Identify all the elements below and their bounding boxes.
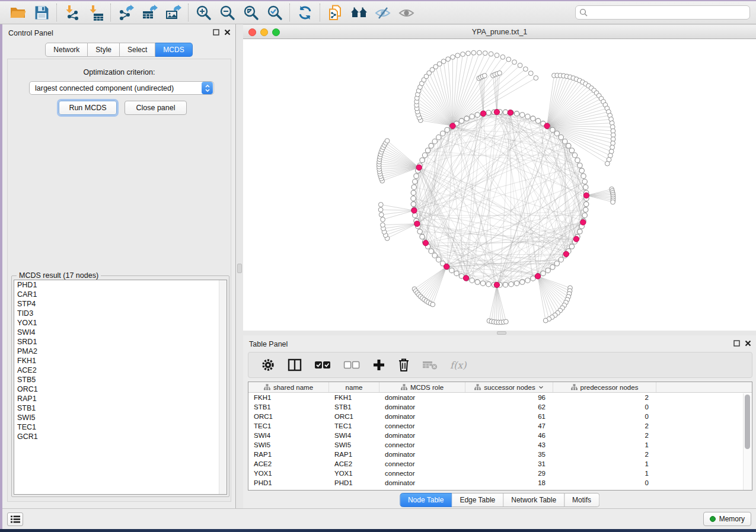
tab-node-table[interactable]: Node Table — [400, 493, 452, 507]
column-header-name[interactable]: name — [329, 382, 379, 392]
delete-table-button[interactable] — [422, 360, 438, 370]
zoom-out-button[interactable] — [215, 2, 239, 23]
table-options-button[interactable] — [261, 358, 275, 372]
horizontal-split-divider[interactable] — [243, 331, 756, 335]
import-network-button[interactable] — [60, 2, 84, 23]
table-row[interactable]: YOX1YOX1connector291 — [248, 469, 752, 478]
tab-mcds[interactable]: MCDS — [155, 43, 192, 57]
search-input[interactable] — [591, 8, 746, 17]
mcds-node-tid3[interactable]: TID3 — [14, 309, 227, 318]
optimization-criterion-dropdown[interactable]: largest connected component (undirected) — [29, 81, 214, 95]
task-history-button[interactable] — [7, 512, 23, 526]
float-panel-icon[interactable] — [733, 340, 740, 347]
split-columns-icon — [288, 358, 302, 371]
mcds-node-swi4[interactable]: SWI4 — [14, 328, 227, 337]
vertical-split-divider[interactable] — [237, 24, 243, 508]
table-panel-title: Table Panel — [249, 340, 288, 348]
gear-icon — [261, 358, 275, 372]
cell-successor-nodes: 18 — [465, 478, 553, 488]
mcds-node-orc1[interactable]: ORC1 — [14, 384, 227, 394]
open-session-button[interactable] — [6, 2, 30, 23]
tab-network-table[interactable]: Network Table — [503, 493, 564, 507]
zoom-fit-button[interactable] — [239, 2, 263, 23]
export-network-button[interactable] — [114, 2, 138, 23]
refresh-view-button[interactable] — [293, 2, 317, 23]
column-header-shared-name[interactable]: shared name — [248, 382, 329, 392]
delete-columns-button[interactable] — [398, 358, 410, 372]
column-header-successor-nodes[interactable]: successor nodes — [465, 382, 553, 392]
mcds-node-pma2[interactable]: PMA2 — [14, 347, 227, 356]
table-row[interactable]: ACE2ACE2connector311 — [248, 459, 752, 469]
toolbar-separator — [320, 4, 320, 21]
zoom-selected-button[interactable] — [263, 2, 286, 23]
mcds-node-stb1[interactable]: STB1 — [14, 403, 227, 413]
cell-shared-name: SWI5 — [248, 440, 329, 450]
search-box[interactable] — [575, 5, 750, 20]
show-column-panel-button[interactable] — [288, 358, 302, 371]
cell-successor-nodes: 43 — [465, 440, 553, 450]
close-panel-icon[interactable] — [224, 29, 231, 36]
mcds-node-tec1[interactable]: TEC1 — [14, 422, 227, 432]
cell-name: YOX1 — [329, 469, 379, 478]
control-panel-header: Control Panel — [2, 24, 235, 42]
status-bar: Memory — [2, 508, 756, 529]
node-table[interactable]: shared namenameMCDS rolesuccessor nodesp… — [248, 382, 752, 491]
table-row[interactable]: SWI4SWI4dominator462 — [248, 431, 752, 440]
export-table-button[interactable] — [138, 2, 161, 23]
mcds-node-swi5[interactable]: SWI5 — [14, 413, 227, 422]
import-table-button[interactable] — [84, 2, 107, 23]
memory-button[interactable]: Memory — [703, 512, 751, 526]
toolbar-separator — [289, 4, 290, 21]
mcds-node-stp4[interactable]: STP4 — [14, 299, 227, 309]
network-canvas[interactable] — [243, 39, 756, 330]
table-row[interactable]: STB1STB1dominator620 — [248, 402, 752, 412]
close-panel-icon[interactable] — [745, 340, 751, 347]
table-row[interactable]: SWI5SWI5connector431 — [248, 440, 752, 450]
show-all-button[interactable] — [394, 2, 418, 23]
tab-edge-table[interactable]: Edge Table — [452, 493, 503, 507]
hide-selected-button[interactable] — [371, 2, 394, 23]
tab-style[interactable]: Style — [88, 43, 120, 57]
apply-function-button[interactable]: f(x) — [450, 360, 466, 371]
column-label: MCDS role — [410, 384, 444, 391]
network-window-titlebar[interactable]: YPA_prune.txt_1 — [243, 24, 756, 39]
divider-grip[interactable] — [497, 331, 506, 335]
column-header-predecessor-nodes[interactable]: predecessor nodes — [553, 382, 656, 392]
deselect-all-rows-button[interactable] — [343, 361, 360, 369]
table-row[interactable]: TEC1TEC1connector472 — [248, 421, 752, 431]
table-row[interactable]: FKH1FKH1dominator962 — [248, 393, 752, 402]
mcds-node-car1[interactable]: CAR1 — [14, 290, 227, 299]
float-panel-icon[interactable] — [213, 29, 219, 36]
toolbar-separator — [188, 4, 189, 21]
mcds-list-scrollbar[interactable] — [219, 280, 227, 494]
first-neighbors-button[interactable] — [347, 2, 371, 23]
duplicate-network-button[interactable] — [323, 2, 347, 23]
mcds-node-srd1[interactable]: SRD1 — [14, 337, 227, 347]
mcds-node-fkh1[interactable]: FKH1 — [14, 356, 227, 366]
tab-motifs[interactable]: Motifs — [564, 493, 599, 507]
cell-predecessor-nodes: 1 — [553, 440, 656, 450]
tab-network[interactable]: Network — [45, 43, 88, 57]
table-scrollbar[interactable] — [743, 393, 752, 490]
run-mcds-button[interactable]: Run MCDS — [59, 101, 117, 115]
table-row[interactable]: RAP1RAP1dominator352 — [248, 450, 752, 459]
mcds-node-ace2[interactable]: ACE2 — [14, 366, 227, 375]
table-scrollbar-thumb[interactable] — [745, 395, 750, 449]
table-row[interactable]: ORC1ORC1dominator610 — [248, 412, 752, 421]
zoom-in-button[interactable] — [192, 2, 215, 23]
mcds-node-stb5[interactable]: STB5 — [14, 375, 227, 384]
mcds-node-gcr1[interactable]: GCR1 — [14, 432, 227, 441]
tab-select[interactable]: Select — [120, 43, 155, 57]
mcds-node-phd1[interactable]: PHD1 — [14, 280, 227, 290]
close-panel-button[interactable]: Close panel — [125, 101, 187, 115]
mcds-node-yox1[interactable]: YOX1 — [14, 318, 227, 328]
mcds-result-list[interactable]: PHD1CAR1STP4TID3YOX1SWI4SRD1PMA2FKH1ACE2… — [14, 280, 227, 495]
export-image-button[interactable] — [161, 2, 185, 23]
save-session-button[interactable] — [30, 2, 53, 23]
table-row[interactable]: PHD1PHD1dominator180 — [248, 478, 752, 488]
column-header-mcds-role[interactable]: MCDS role — [379, 382, 465, 392]
mcds-node-rap1[interactable]: RAP1 — [14, 394, 227, 403]
add-column-button[interactable] — [372, 358, 385, 371]
select-all-rows-button[interactable] — [314, 361, 331, 369]
divider-grip[interactable] — [237, 264, 242, 273]
